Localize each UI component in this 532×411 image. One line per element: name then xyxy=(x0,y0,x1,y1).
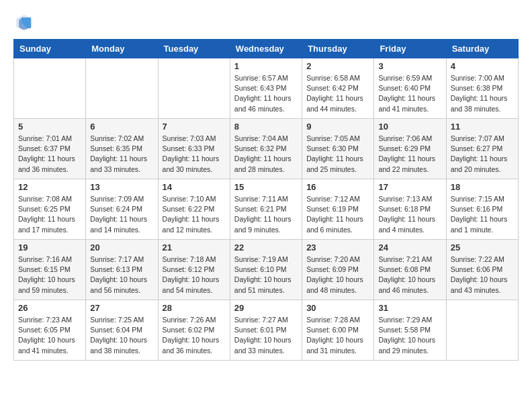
page-header xyxy=(13,13,519,32)
day-number: 21 xyxy=(163,242,226,253)
calendar-week-row: 26Sunrise: 7:23 AM Sunset: 6:05 PM Dayli… xyxy=(14,300,519,361)
calendar-table: SundayMondayTuesdayWednesdayThursdayFrid… xyxy=(13,39,519,361)
calendar-day-1: 1Sunrise: 6:57 AM Sunset: 6:43 PM Daylig… xyxy=(230,58,302,119)
calendar-empty-cell xyxy=(86,58,158,119)
day-info: Sunrise: 6:59 AM Sunset: 6:40 PM Dayligh… xyxy=(378,73,441,114)
day-number: 7 xyxy=(163,122,226,132)
day-info: Sunrise: 7:19 AM Sunset: 6:10 PM Dayligh… xyxy=(234,255,298,295)
calendar-day-5: 5Sunrise: 7:01 AM Sunset: 6:37 PM Daylig… xyxy=(14,119,86,179)
calendar-header-row: SundayMondayTuesdayWednesdayThursdayFrid… xyxy=(14,40,519,58)
calendar-day-2: 2Sunrise: 6:58 AM Sunset: 6:42 PM Daylig… xyxy=(302,58,374,119)
day-info: Sunrise: 7:05 AM Sunset: 6:30 PM Dayligh… xyxy=(306,134,369,175)
day-number: 18 xyxy=(451,182,514,192)
day-info: Sunrise: 7:04 AM Sunset: 6:32 PM Dayligh… xyxy=(234,134,298,175)
day-number: 22 xyxy=(234,242,298,253)
day-info: Sunrise: 7:03 AM Sunset: 6:33 PM Dayligh… xyxy=(163,134,226,175)
calendar-day-21: 21Sunrise: 7:18 AM Sunset: 6:12 PM Dayli… xyxy=(158,240,230,300)
calendar-day-31: 31Sunrise: 7:29 AM Sunset: 5:58 PM Dayli… xyxy=(374,300,446,361)
calendar-day-8: 8Sunrise: 7:04 AM Sunset: 6:32 PM Daylig… xyxy=(230,119,302,179)
day-info: Sunrise: 7:25 AM Sunset: 6:04 PM Dayligh… xyxy=(90,315,153,356)
calendar-day-20: 20Sunrise: 7:17 AM Sunset: 6:13 PM Dayli… xyxy=(86,240,158,300)
calendar-day-24: 24Sunrise: 7:21 AM Sunset: 6:08 PM Dayli… xyxy=(374,240,446,300)
calendar-day-18: 18Sunrise: 7:15 AM Sunset: 6:16 PM Dayli… xyxy=(446,179,518,240)
day-info: Sunrise: 7:21 AM Sunset: 6:08 PM Dayligh… xyxy=(378,255,441,295)
calendar-day-19: 19Sunrise: 7:16 AM Sunset: 6:15 PM Dayli… xyxy=(14,240,86,300)
day-number: 10 xyxy=(378,122,441,132)
day-info: Sunrise: 7:09 AM Sunset: 6:24 PM Dayligh… xyxy=(90,194,153,235)
calendar-day-3: 3Sunrise: 6:59 AM Sunset: 6:40 PM Daylig… xyxy=(374,58,446,119)
day-number: 3 xyxy=(378,61,441,71)
day-number: 15 xyxy=(234,182,298,192)
col-header-wednesday: Wednesday xyxy=(230,40,302,58)
day-info: Sunrise: 7:00 AM Sunset: 6:38 PM Dayligh… xyxy=(451,73,514,114)
col-header-monday: Monday xyxy=(86,40,158,58)
day-number: 6 xyxy=(90,122,153,132)
calendar-day-25: 25Sunrise: 7:22 AM Sunset: 6:06 PM Dayli… xyxy=(446,240,518,300)
calendar-day-7: 7Sunrise: 7:03 AM Sunset: 6:33 PM Daylig… xyxy=(158,119,230,179)
day-number: 24 xyxy=(378,242,441,253)
day-number: 20 xyxy=(90,242,153,253)
logo-icon xyxy=(15,13,34,32)
day-info: Sunrise: 7:12 AM Sunset: 6:19 PM Dayligh… xyxy=(306,194,369,235)
day-number: 2 xyxy=(306,61,369,71)
calendar-week-row: 5Sunrise: 7:01 AM Sunset: 6:37 PM Daylig… xyxy=(14,119,519,179)
calendar-day-22: 22Sunrise: 7:19 AM Sunset: 6:10 PM Dayli… xyxy=(230,240,302,300)
day-number: 31 xyxy=(378,303,441,313)
col-header-sunday: Sunday xyxy=(14,40,86,58)
day-info: Sunrise: 7:11 AM Sunset: 6:21 PM Dayligh… xyxy=(234,194,298,235)
day-info: Sunrise: 6:58 AM Sunset: 6:42 PM Dayligh… xyxy=(306,73,369,114)
logo xyxy=(13,13,34,32)
calendar-week-row: 12Sunrise: 7:08 AM Sunset: 6:25 PM Dayli… xyxy=(14,179,519,240)
calendar-day-26: 26Sunrise: 7:23 AM Sunset: 6:05 PM Dayli… xyxy=(14,300,86,361)
day-info: Sunrise: 7:10 AM Sunset: 6:22 PM Dayligh… xyxy=(163,194,226,235)
day-info: Sunrise: 7:29 AM Sunset: 5:58 PM Dayligh… xyxy=(378,315,441,356)
calendar-day-12: 12Sunrise: 7:08 AM Sunset: 6:25 PM Dayli… xyxy=(14,179,86,240)
day-number: 28 xyxy=(163,303,226,313)
day-info: Sunrise: 7:06 AM Sunset: 6:29 PM Dayligh… xyxy=(378,134,441,175)
calendar-day-6: 6Sunrise: 7:02 AM Sunset: 6:35 PM Daylig… xyxy=(86,119,158,179)
day-info: Sunrise: 7:22 AM Sunset: 6:06 PM Dayligh… xyxy=(451,255,514,295)
calendar-day-15: 15Sunrise: 7:11 AM Sunset: 6:21 PM Dayli… xyxy=(230,179,302,240)
day-number: 16 xyxy=(306,182,369,192)
day-info: Sunrise: 7:07 AM Sunset: 6:27 PM Dayligh… xyxy=(451,134,514,175)
calendar-empty-cell xyxy=(14,58,86,119)
day-number: 1 xyxy=(234,61,298,71)
day-info: Sunrise: 7:08 AM Sunset: 6:25 PM Dayligh… xyxy=(18,194,81,235)
day-number: 13 xyxy=(90,182,153,192)
day-number: 23 xyxy=(306,242,369,253)
day-number: 30 xyxy=(306,303,369,313)
day-number: 5 xyxy=(18,122,81,132)
day-info: Sunrise: 7:23 AM Sunset: 6:05 PM Dayligh… xyxy=(18,315,81,356)
day-info: Sunrise: 7:17 AM Sunset: 6:13 PM Dayligh… xyxy=(90,255,153,295)
day-number: 12 xyxy=(18,182,81,192)
day-info: Sunrise: 7:27 AM Sunset: 6:01 PM Dayligh… xyxy=(234,315,298,356)
calendar-day-9: 9Sunrise: 7:05 AM Sunset: 6:30 PM Daylig… xyxy=(302,119,374,179)
calendar-week-row: 1Sunrise: 6:57 AM Sunset: 6:43 PM Daylig… xyxy=(14,58,519,119)
day-info: Sunrise: 7:15 AM Sunset: 6:16 PM Dayligh… xyxy=(451,194,514,235)
calendar-day-14: 14Sunrise: 7:10 AM Sunset: 6:22 PM Dayli… xyxy=(158,179,230,240)
calendar-day-23: 23Sunrise: 7:20 AM Sunset: 6:09 PM Dayli… xyxy=(302,240,374,300)
calendar-day-30: 30Sunrise: 7:28 AM Sunset: 6:00 PM Dayli… xyxy=(302,300,374,361)
day-info: Sunrise: 7:02 AM Sunset: 6:35 PM Dayligh… xyxy=(90,134,153,175)
day-info: Sunrise: 6:57 AM Sunset: 6:43 PM Dayligh… xyxy=(234,73,298,114)
day-info: Sunrise: 7:18 AM Sunset: 6:12 PM Dayligh… xyxy=(163,255,226,295)
day-number: 26 xyxy=(18,303,81,313)
day-number: 25 xyxy=(451,242,514,253)
day-info: Sunrise: 7:01 AM Sunset: 6:37 PM Dayligh… xyxy=(18,134,81,175)
calendar-day-28: 28Sunrise: 7:26 AM Sunset: 6:02 PM Dayli… xyxy=(158,300,230,361)
calendar-day-11: 11Sunrise: 7:07 AM Sunset: 6:27 PM Dayli… xyxy=(446,119,518,179)
day-number: 27 xyxy=(90,303,153,313)
day-info: Sunrise: 7:20 AM Sunset: 6:09 PM Dayligh… xyxy=(306,255,369,295)
calendar-day-16: 16Sunrise: 7:12 AM Sunset: 6:19 PM Dayli… xyxy=(302,179,374,240)
calendar-week-row: 19Sunrise: 7:16 AM Sunset: 6:15 PM Dayli… xyxy=(14,240,519,300)
calendar-day-17: 17Sunrise: 7:13 AM Sunset: 6:18 PM Dayli… xyxy=(374,179,446,240)
day-info: Sunrise: 7:26 AM Sunset: 6:02 PM Dayligh… xyxy=(163,315,226,356)
calendar-day-13: 13Sunrise: 7:09 AM Sunset: 6:24 PM Dayli… xyxy=(86,179,158,240)
day-info: Sunrise: 7:28 AM Sunset: 6:00 PM Dayligh… xyxy=(306,315,369,356)
day-info: Sunrise: 7:16 AM Sunset: 6:15 PM Dayligh… xyxy=(18,255,81,295)
col-header-friday: Friday xyxy=(374,40,446,58)
calendar-day-27: 27Sunrise: 7:25 AM Sunset: 6:04 PM Dayli… xyxy=(86,300,158,361)
col-header-thursday: Thursday xyxy=(302,40,374,58)
day-number: 19 xyxy=(18,242,81,253)
col-header-saturday: Saturday xyxy=(446,40,518,58)
